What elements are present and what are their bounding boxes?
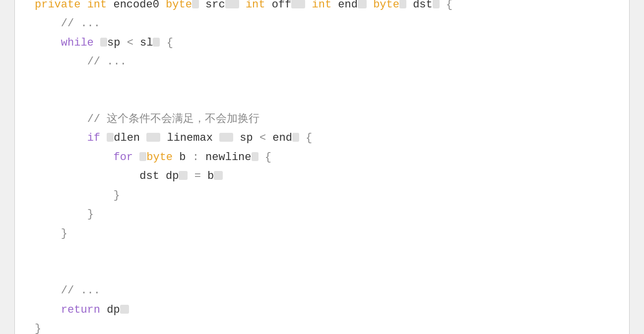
code-block: private int encode0 byte src int off int… [35,0,609,334]
line-8: for byte b : newline { [35,151,271,164]
line-14: // ... [35,284,100,297]
line-7: if dlen linemax sp < end { [35,132,312,144]
line-4: // ... [35,56,127,68]
line-12: } [35,227,67,240]
line-15: return dp [35,304,129,316]
line-1: private int encode0 byte src int off int… [35,0,452,11]
line-16: } [35,323,41,334]
line-3: while sp < sl { [35,37,173,49]
line-9: dst dp = b [35,170,223,182]
line-11: } [35,208,94,221]
line-2: // ... [35,17,100,30]
line-10: } [35,189,120,202]
code-container: private int encode0 byte src int off int… [14,0,630,334]
line-6: // 这个条件不会满足，不会加换行 [35,113,259,125]
